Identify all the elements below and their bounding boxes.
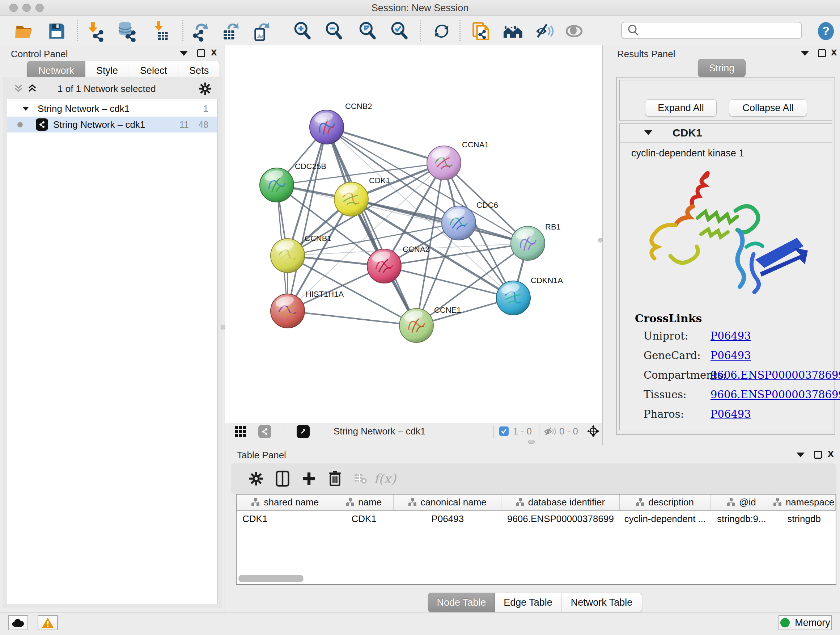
help-button[interactable]: ? xyxy=(815,20,837,42)
warnings-button[interactable] xyxy=(38,615,58,630)
expand-all-icon[interactable] xyxy=(27,84,37,94)
tree-expand-icon[interactable] xyxy=(22,107,29,111)
gene-header[interactable]: CDK1 xyxy=(620,124,832,143)
first-neighbors-button[interactable] xyxy=(502,20,524,42)
tab-edge-table[interactable]: Edge Table xyxy=(495,593,561,612)
import-network-file-button[interactable] xyxy=(85,20,107,42)
tab-string[interactable]: String xyxy=(698,59,745,77)
gear-icon[interactable] xyxy=(199,82,212,95)
maximize-panel-icon[interactable] xyxy=(197,49,205,57)
node-label-CCNE1: CCNE1 xyxy=(434,306,461,315)
float-panel-icon[interactable] xyxy=(801,51,809,56)
zoom-selected-icon xyxy=(389,21,410,42)
help-icon: ? xyxy=(816,21,836,41)
close-panel-icon[interactable]: x xyxy=(828,449,834,457)
refresh-view-button[interactable] xyxy=(431,20,453,42)
crosslink-link[interactable]: P06493 xyxy=(711,408,751,420)
network-node-CCNA1[interactable] xyxy=(427,146,461,180)
network-node-CDKN1A[interactable] xyxy=(496,281,531,315)
import-network-database-button[interactable] xyxy=(116,20,139,42)
float-panel-icon[interactable] xyxy=(797,453,805,457)
network-collection-row[interactable]: String Network – cdk1 1 xyxy=(7,101,217,117)
delete-column-button[interactable] xyxy=(325,469,345,489)
zoom-fit-button[interactable] xyxy=(357,20,379,42)
gene-name: CDK1 xyxy=(673,127,702,139)
column-header-name[interactable]: name xyxy=(334,494,394,510)
close-panel-icon[interactable]: x xyxy=(831,48,837,56)
save-session-button[interactable] xyxy=(46,20,68,42)
network-canvas[interactable]: CCNB2CCNA1CDC25BCDK1CDC6RB1CCNB1CCNA2CDK… xyxy=(225,45,602,423)
network-row-selected[interactable]: String Network – cdk1 11 48 xyxy=(7,117,217,133)
zoom-selected-button[interactable] xyxy=(388,20,411,42)
table-row[interactable]: CDK1CDK1P064939606.ENSP00000378699cyclin… xyxy=(237,511,836,526)
open-in-window-icon[interactable] xyxy=(297,425,309,438)
column-header-@id[interactable]: @id xyxy=(711,494,772,510)
toolbar-separator xyxy=(420,20,421,41)
maximize-panel-icon[interactable] xyxy=(814,451,822,459)
cytoscape-window: Session: New Session xyxy=(0,0,840,635)
right-splitter-handle[interactable] xyxy=(598,238,603,242)
column-header-database-identifier[interactable]: database identifier xyxy=(501,494,620,510)
table-cell: P06493 xyxy=(393,511,501,526)
network-share-icon[interactable] xyxy=(258,425,271,438)
network-node-CDC6[interactable] xyxy=(442,206,476,240)
zoom-out-button[interactable] xyxy=(323,20,346,42)
float-panel-icon[interactable] xyxy=(180,51,188,56)
export-network-button[interactable] xyxy=(189,20,211,42)
column-header-shared-name[interactable]: shared name xyxy=(237,494,334,510)
protein-structure-image xyxy=(627,164,822,309)
network-node-CCNA2[interactable] xyxy=(367,249,401,283)
network-edge[interactable] xyxy=(327,127,444,163)
memory-button[interactable]: Memory xyxy=(778,615,832,630)
show-all-button[interactable] xyxy=(563,20,585,42)
crosslink-link[interactable]: 9606.ENSP00000378699 xyxy=(711,369,840,381)
crosslink-label: Tissues: xyxy=(644,388,687,401)
column-label: namespace xyxy=(786,497,834,508)
hide-selected-button[interactable] xyxy=(533,20,556,42)
eye-icon xyxy=(564,21,584,42)
collapse-all-icon[interactable] xyxy=(13,84,24,94)
cloud-button[interactable] xyxy=(8,615,28,630)
left-splitter-handle[interactable] xyxy=(221,325,225,329)
select-columns-button[interactable] xyxy=(272,469,293,489)
grid-view-icon[interactable] xyxy=(235,426,246,437)
import-table-file-button[interactable] xyxy=(150,20,172,42)
zoom-in-button[interactable] xyxy=(292,20,314,42)
collapse-gene-icon[interactable] xyxy=(644,130,652,135)
expand-all-button[interactable]: Expand All xyxy=(645,99,717,117)
clone-network-button[interactable] xyxy=(470,20,492,42)
node-label-RB1: RB1 xyxy=(545,222,561,231)
separator xyxy=(284,424,284,438)
network-node-CDC25B[interactable] xyxy=(260,168,294,202)
crosslink-link[interactable]: 9606.ENSP00000378699 xyxy=(711,388,840,401)
tab-network-table[interactable]: Network Table xyxy=(561,593,642,612)
tab-node-table[interactable]: Node Table xyxy=(428,593,495,612)
crosslink-link[interactable]: P06493 xyxy=(711,330,751,342)
export-table-button[interactable] xyxy=(219,20,242,42)
bottom-splitter-handle[interactable] xyxy=(528,440,535,444)
network-edge[interactable] xyxy=(287,311,416,325)
add-column-button[interactable] xyxy=(299,469,319,489)
network-node-CCNB2[interactable] xyxy=(309,110,344,144)
collapse-all-button[interactable]: Collapse All xyxy=(729,99,807,117)
selected-checkbox[interactable] xyxy=(499,426,508,436)
column-header-canonical-name[interactable]: canonical name xyxy=(393,494,501,510)
network-node-RB1[interactable] xyxy=(511,226,545,260)
maximize-panel-icon[interactable] xyxy=(818,49,826,57)
open-file-button[interactable] xyxy=(13,20,36,42)
network-node-CDK1[interactable] xyxy=(334,182,368,216)
node-label-CCNB1: CCNB1 xyxy=(305,234,332,243)
network-node-CCNE1[interactable] xyxy=(399,309,433,342)
crosslink-link[interactable]: P06493 xyxy=(711,349,751,362)
search-input[interactable] xyxy=(641,25,801,36)
birdseye-icon[interactable] xyxy=(587,424,600,438)
horizontal-scrollbar-thumb[interactable] xyxy=(238,575,303,582)
close-panel-icon[interactable]: x xyxy=(211,48,217,56)
export-image-button[interactable] xyxy=(250,20,272,42)
network-node-CCNB1[interactable] xyxy=(271,239,305,272)
network-node-HIST1H1A[interactable] xyxy=(271,294,305,328)
table-settings-button[interactable] xyxy=(246,469,266,489)
column-header-description[interactable]: description xyxy=(620,494,711,510)
column-header-namespace[interactable]: namespace xyxy=(772,494,836,510)
network-edge[interactable] xyxy=(351,199,528,243)
